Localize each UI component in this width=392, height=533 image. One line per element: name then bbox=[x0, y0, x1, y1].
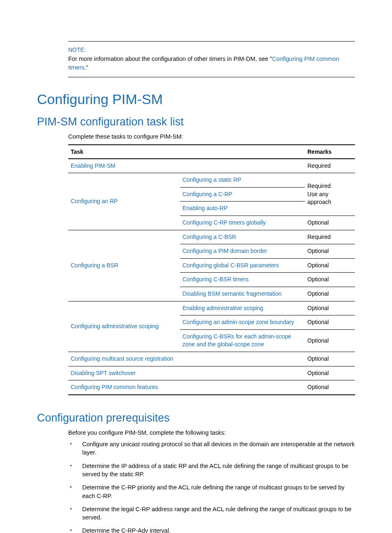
link-static-rp[interactable]: Configuring a static RP bbox=[182, 176, 241, 183]
link-c-bsr[interactable]: Configuring a C-BSR bbox=[182, 234, 236, 240]
col-task: Task bbox=[68, 145, 305, 159]
prereq-list: Configure any unicast routing protocol s… bbox=[68, 440, 355, 533]
link-configuring-bsr[interactable]: Configuring a BSR bbox=[71, 262, 118, 269]
link-auto-rp[interactable]: Enabling auto-RP bbox=[182, 205, 228, 211]
remark: Optional bbox=[305, 301, 355, 315]
link-enable-admin-scoping[interactable]: Enabling administrative scoping bbox=[182, 305, 263, 311]
task-table: Task Remarks Enabling PIM-SM Required Co… bbox=[68, 144, 355, 395]
link-crp-timers[interactable]: Configuring C-RP timers globally bbox=[182, 219, 266, 226]
list-item: Configure any unicast routing protocol s… bbox=[68, 440, 355, 457]
link-multicast-source-reg[interactable]: Configuring multicast source registratio… bbox=[71, 355, 173, 362]
link-enabling-pim-sm[interactable]: Enabling PIM-SM bbox=[71, 162, 115, 169]
remark: Optional bbox=[305, 380, 355, 395]
link-cbsr-timers[interactable]: Configuring C-BSR timers bbox=[182, 276, 249, 283]
list-item: Determine the legal C-RP address range a… bbox=[68, 505, 355, 522]
heading-task-list: PIM-SM configuration task list bbox=[37, 116, 355, 128]
heading-prerequisites: Configuration prerequisites bbox=[37, 412, 355, 424]
remark: Optional bbox=[305, 315, 355, 330]
col-remarks: Remarks bbox=[305, 145, 355, 159]
link-cbsrs-zone[interactable]: Configuring C-BSRs for each admin-scope … bbox=[182, 333, 291, 348]
remark: Required bbox=[305, 230, 355, 244]
note-label: NOTE: bbox=[68, 46, 355, 54]
list-item: Determine the C-RP priority and the ACL … bbox=[68, 483, 355, 500]
remark: Optional bbox=[305, 287, 355, 301]
note-text: For more information about the configura… bbox=[68, 55, 355, 72]
note-box: NOTE: For more information about the con… bbox=[68, 41, 355, 77]
link-pim-common-features[interactable]: Configuring PIM common features bbox=[71, 384, 158, 390]
remark: Optional bbox=[305, 273, 355, 287]
list-item: Determine the IP address of a static RP … bbox=[68, 462, 355, 479]
heading-configuring-pim-sm: Configuring PIM-SM bbox=[37, 91, 355, 107]
prereq-intro: Before you configure PIM-SM, complete th… bbox=[68, 429, 355, 437]
remark: Required bbox=[305, 159, 355, 173]
link-admin-scoping[interactable]: Configuring administrative scoping bbox=[71, 323, 159, 329]
link-pim-domain-border[interactable]: Configuring a PIM domain border bbox=[182, 248, 267, 254]
tasklist-intro: Complete these tasks to configure PIM-SM… bbox=[68, 132, 355, 141]
remark: Optional bbox=[305, 216, 355, 230]
link-spt-switchover[interactable]: Disabling SPT switchover bbox=[71, 370, 136, 376]
remark: Optional bbox=[305, 329, 355, 352]
remark: Optional bbox=[305, 244, 355, 259]
link-c-rp[interactable]: Configuring a C-RP bbox=[182, 191, 232, 197]
remark: Optional bbox=[305, 352, 355, 366]
remark: Optional bbox=[305, 366, 355, 380]
list-item: Determine the C-RP-Adv interval. bbox=[68, 526, 355, 533]
remark: Optional bbox=[305, 258, 355, 273]
remark: Required Use any approach bbox=[305, 173, 355, 216]
link-admin-zone-boundary[interactable]: Configuring an admin-scope zone boundary bbox=[182, 319, 294, 325]
link-global-cbsr[interactable]: Configuring global C-BSR parameters bbox=[182, 262, 279, 269]
link-configuring-rp[interactable]: Configuring an RP bbox=[71, 198, 118, 204]
link-bsm-frag[interactable]: Disabling BSM semantic fragmentation bbox=[182, 290, 281, 297]
